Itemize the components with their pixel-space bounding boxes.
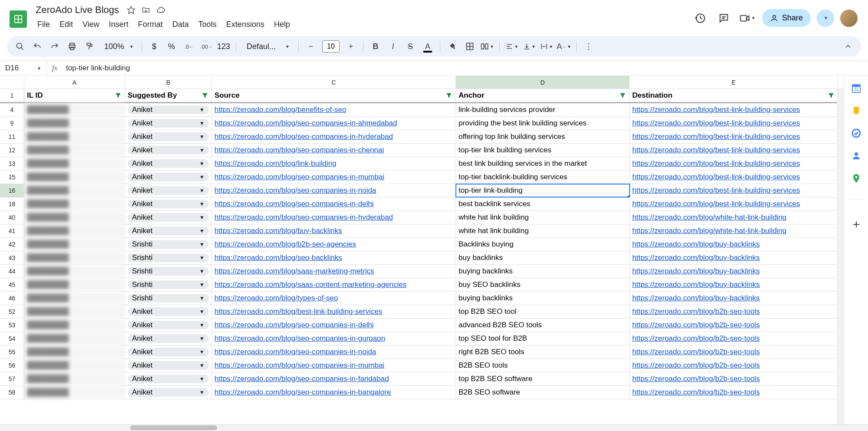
add-on-icon[interactable] [850,218,862,230]
cell-anchor[interactable]: Backlinks buying [456,238,630,251]
move-folder-icon[interactable] [141,5,151,15]
cell-source[interactable]: https://zeroado.com/blog/best-link-build… [212,305,456,318]
cell-suggested-by[interactable]: Aniket▼ [125,184,212,197]
cell-anchor[interactable]: B2B SEO tools [456,359,630,372]
cell-anchor[interactable]: white hat link building [456,224,630,237]
cell-suggested-by[interactable]: Aniket▼ [125,224,212,237]
meet-icon[interactable]: ▼ [739,10,756,27]
menu-file[interactable]: File [33,17,54,32]
increase-decimal-icon[interactable]: .00→ [198,39,214,54]
cell-suggested-by[interactable]: Aniket▼ [125,117,212,130]
cell-anchor[interactable]: buying backlinks [456,292,630,305]
cell-suggested-by[interactable]: Aniket▼ [125,386,212,399]
row-header[interactable]: 45 [0,278,24,291]
cell-suggested-by[interactable]: Aniket▼ [125,372,212,385]
cell-suggested-by[interactable]: Srishti▼ [125,238,212,251]
cell-anchor[interactable]: top-tier backlink-building services [456,171,630,184]
cell-source[interactable]: https://zeroado.com/blog/seo-companies-i… [212,345,456,359]
cell-suggested-by[interactable]: Srishti▼ [125,251,212,264]
cell-il-id[interactable]: ████████ [24,103,125,116]
filter-icon[interactable] [201,92,209,99]
cell-destination[interactable]: https://zeroado.com/blog/b2b-seo-tools [630,345,838,359]
row-header[interactable]: 53 [0,319,24,332]
cell-il-id[interactable]: ████████ [24,319,125,332]
row-header[interactable]: 54 [0,332,24,345]
row-header[interactable]: 55 [0,345,24,359]
cell-source[interactable]: https://zeroado.com/blog/seo-companies-i… [212,171,456,184]
cell-source[interactable]: https://zeroado.com/blog/seo-companies-i… [212,211,456,224]
filter-icon[interactable] [619,92,627,99]
menu-view[interactable]: View [78,17,104,32]
number-format-icon[interactable]: 123 [216,39,231,54]
cell-source[interactable]: https://zeroado.com/blog/seo-companies-i… [212,386,456,399]
cell-anchor[interactable]: B2B SEO software [456,386,630,399]
cell-suggested-by[interactable]: Aniket▼ [125,130,212,143]
strikethrough-icon[interactable]: S [403,39,418,54]
row-header[interactable]: 41 [0,224,24,237]
menu-format[interactable]: Format [134,17,167,32]
cell-anchor[interactable]: buying backlinks [456,265,630,278]
cell-source[interactable]: https://zeroado.com/blog/seo-companies-i… [212,372,456,385]
row-header[interactable]: 9 [0,117,24,130]
header-il-id[interactable]: IL ID [24,89,125,102]
cell-anchor[interactable]: top SEO tool for B2B [456,332,630,345]
cell-source[interactable]: https://zeroado.com/blog/seo-companies-i… [212,359,456,372]
text-rotation-icon[interactable]: A→▼ [556,39,572,54]
cell-suggested-by[interactable]: Srishti▼ [125,265,212,278]
cell-destination[interactable]: https://zeroado.com/blog/white-hat-link-… [630,224,838,237]
cell-il-id[interactable]: ████████ [24,386,125,399]
cell-source[interactable]: https://zeroado.com/blog/link-building [212,157,456,170]
cell-il-id[interactable]: ████████ [24,211,125,224]
cell-destination[interactable]: https://zeroado.com/blog/buy-backlinks [630,251,838,264]
row-header[interactable]: 56 [0,359,24,372]
cell-il-id[interactable]: ████████ [24,372,125,385]
row-header[interactable]: 43 [0,251,24,264]
cell-il-id[interactable]: ████████ [24,292,125,305]
cell-destination[interactable]: https://zeroado.com/blog/buy-backlinks [630,292,838,305]
print-icon[interactable] [64,39,80,54]
cell-suggested-by[interactable]: Aniket▼ [125,332,212,345]
cell-destination[interactable]: https://zeroado.com/blog/b2b-seo-tools [630,372,838,385]
row-header[interactable]: 13 [0,157,24,170]
column-header-b[interactable]: B [125,76,212,89]
cell-destination[interactable]: https://zeroado.com/blog/best-link-build… [630,130,838,143]
column-header-c[interactable]: C [212,76,456,89]
cell-source[interactable]: https://zeroado.com/blog/seo-companies-i… [212,197,456,211]
increase-font-icon[interactable]: + [343,39,359,54]
bold-icon[interactable]: B [368,39,383,54]
cell-il-id[interactable]: ████████ [24,359,125,372]
cell-il-id[interactable]: ████████ [24,171,125,184]
cell-suggested-by[interactable]: Aniket▼ [125,144,212,157]
cell-destination[interactable]: https://zeroado.com/blog/best-link-build… [630,117,838,130]
tasks-icon[interactable] [850,127,862,139]
more-toolbar-icon[interactable]: ⋮ [581,39,597,54]
cell-source[interactable]: https://zeroado.com/blog/types-of-seo [212,292,456,305]
undo-icon[interactable] [30,39,45,54]
row-header[interactable]: 42 [0,238,24,251]
row-header[interactable]: 46 [0,292,24,305]
cell-destination[interactable]: https://zeroado.com/blog/white-hat-link-… [630,211,838,224]
column-header-e[interactable]: E [630,76,838,89]
cell-suggested-by[interactable]: Aniket▼ [125,197,212,211]
header-anchor[interactable]: Anchor [456,89,630,102]
row-header[interactable]: 15 [0,171,24,184]
filter-icon[interactable] [445,92,453,99]
row-header[interactable]: 52 [0,305,24,318]
paint-format-icon[interactable] [82,39,97,54]
cell-il-id[interactable]: ████████ [24,332,125,345]
font-selector[interactable]: Defaul...▼ [241,42,294,51]
text-color-icon[interactable]: A [420,39,436,54]
comments-icon[interactable] [715,10,733,27]
cell-il-id[interactable]: ████████ [24,345,125,359]
menu-tools[interactable]: Tools [194,17,221,32]
cell-anchor[interactable]: white hat link building [456,211,630,224]
spreadsheet-grid[interactable]: A B C D E 1 IL ID Suggested By Source An… [0,76,844,424]
cell-destination[interactable]: https://zeroado.com/blog/buy-backlinks [630,238,838,251]
cell-source[interactable]: https://zeroado.com/blog/saas-content-ma… [212,278,456,291]
name-box[interactable]: D16▼ [0,61,47,76]
cell-suggested-by[interactable]: Aniket▼ [125,359,212,372]
cell-source[interactable]: https://zeroado.com/blog/seo-companies-i… [212,117,456,130]
cell-source[interactable]: https://zeroado.com/blog/seo-companies-i… [212,332,456,345]
star-icon[interactable] [126,5,136,15]
share-dropdown[interactable]: ▼ [817,10,834,27]
